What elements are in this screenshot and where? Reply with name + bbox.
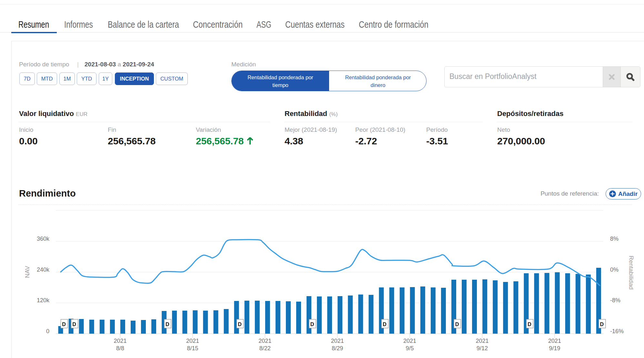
svg-text:D: D (62, 322, 66, 327)
svg-text:D: D (310, 322, 314, 327)
svg-text:D: D (600, 322, 604, 327)
svg-text:8/29: 8/29 (332, 345, 343, 352)
svg-text:D: D (528, 322, 531, 327)
svg-text:2021: 2021 (186, 338, 199, 344)
svg-text:D: D (166, 322, 169, 327)
svg-text:-16%: -16% (610, 328, 624, 334)
svg-text:2021: 2021 (114, 338, 126, 344)
svg-text:2021: 2021 (548, 338, 561, 344)
svg-text:NAV: NAV (24, 266, 31, 278)
svg-text:8/22: 8/22 (259, 345, 271, 352)
svg-text:9/5: 9/5 (406, 345, 414, 352)
svg-text:Rentabilidad: Rentabilidad (628, 256, 635, 290)
svg-text:8/15: 8/15 (187, 345, 198, 352)
svg-text:8%: 8% (610, 236, 619, 242)
svg-text:2021: 2021 (331, 338, 344, 344)
svg-text:D: D (455, 322, 459, 327)
svg-text:120k: 120k (37, 297, 50, 304)
svg-text:360k: 360k (37, 236, 50, 242)
svg-text:0%: 0% (610, 266, 619, 273)
svg-text:2021: 2021 (476, 338, 488, 344)
svg-text:8/8: 8/8 (116, 345, 124, 352)
svg-text:9/19: 9/19 (549, 345, 560, 352)
svg-text:2021: 2021 (258, 338, 271, 344)
svg-text:-8%: -8% (610, 297, 620, 304)
svg-text:D: D (238, 322, 242, 327)
svg-text:D: D (72, 322, 76, 327)
svg-text:2021: 2021 (403, 338, 416, 344)
svg-text:9/12: 9/12 (477, 345, 488, 352)
svg-text:0: 0 (46, 328, 49, 334)
svg-text:240k: 240k (37, 266, 50, 273)
svg-text:D: D (383, 322, 387, 327)
